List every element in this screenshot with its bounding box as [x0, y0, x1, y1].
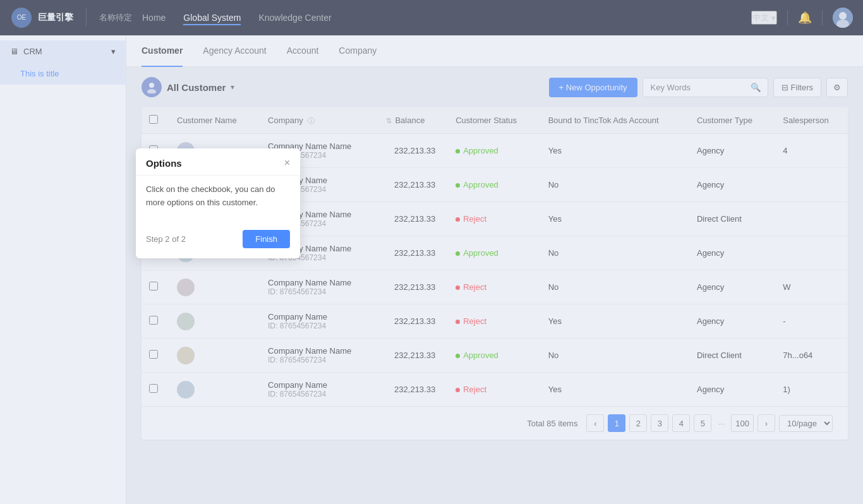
modal-overlay: Options × Click on the checkbook, you ca…	[0, 0, 863, 504]
options-modal: Options × Click on the checkbook, you ca…	[136, 148, 300, 258]
modal-body: Click on the checkbook, you can do more …	[136, 176, 300, 230]
modal-footer: Step 2 of 2 Finish	[136, 230, 300, 258]
modal-title: Options	[146, 158, 182, 169]
modal-close-button[interactable]: ×	[284, 157, 290, 169]
modal-header: Options ×	[136, 148, 300, 176]
finish-button[interactable]: Finish	[243, 230, 290, 248]
modal-description: Click on the checkbook, you can do more …	[146, 183, 290, 210]
step-indicator: Step 2 of 2	[146, 234, 186, 244]
